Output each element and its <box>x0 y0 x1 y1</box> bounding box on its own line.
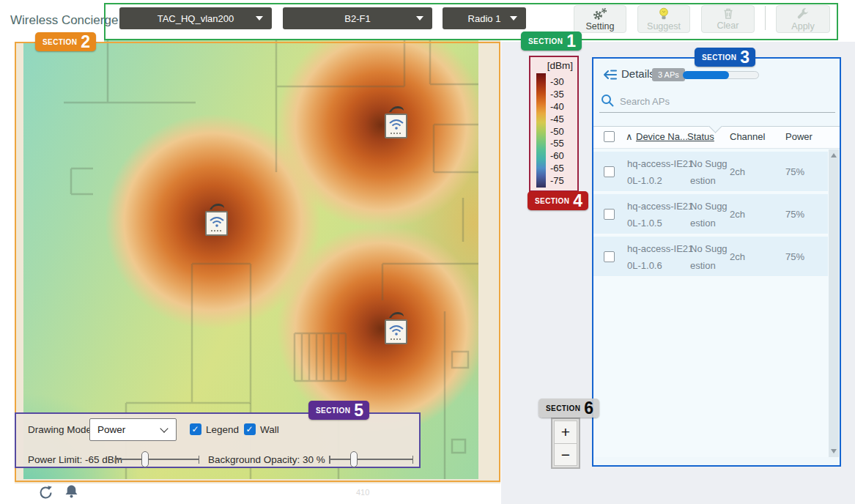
progress-bar-fill <box>683 71 729 79</box>
device-name-line1: hq-access-IE21 <box>627 240 695 257</box>
zoom-out-button[interactable]: − <box>554 443 577 466</box>
table-scrollbar[interactable] <box>829 149 839 457</box>
toolbar-divider <box>765 6 766 30</box>
column-header-power: Power <box>785 131 813 142</box>
legend-tick: -50 <box>550 126 564 137</box>
column-header-channel: Channel <box>730 131 765 142</box>
section-1-word: SECTION <box>528 37 563 45</box>
search-input[interactable]: Search APs <box>620 96 670 107</box>
section-5-number: 5 <box>354 402 363 418</box>
row-checkbox[interactable] <box>604 166 615 177</box>
lightbulb-icon <box>658 7 670 21</box>
section-2-number: 2 <box>81 34 90 50</box>
legend-tick: -65 <box>550 163 564 174</box>
table-body: hq-access-IE21 0L-1.0.2 No Sugg estion 2… <box>593 149 840 457</box>
details-label: Details <box>621 67 655 80</box>
ap-label-dashes <box>391 133 402 134</box>
device-name-line2: 0L-1.0.2 <box>627 172 695 189</box>
legend-tick: -75 <box>550 175 564 186</box>
device-name-line1: hq-access-IE21 <box>627 155 695 172</box>
clear-button[interactable]: Clear <box>701 5 755 33</box>
progress-bar <box>683 71 759 79</box>
chevron-down-icon <box>256 16 263 21</box>
dbm-color-legend: [dBm] -30 -35 -40 -45 -50 -55 -60 -65 -7… <box>529 56 579 192</box>
ap-label-dashes <box>211 230 223 231</box>
ap-antenna-icon <box>387 105 406 114</box>
sort-asc-indicator[interactable]: ∧ <box>626 131 633 142</box>
section-4-word: SECTION <box>535 197 569 205</box>
select-all-checkbox[interactable] <box>604 131 615 142</box>
legend-checkbox[interactable] <box>190 423 201 435</box>
floorplan-walls <box>23 22 478 479</box>
scroll-up-arrow[interactable] <box>831 153 837 158</box>
ap-device-icon <box>205 211 228 236</box>
section-6-number: 6 <box>584 400 593 416</box>
access-point-marker-2[interactable] <box>204 201 230 238</box>
ap-antenna-icon <box>387 311 406 319</box>
cell-channel: 2ch <box>730 152 745 192</box>
device-name-line1: hq-access-IE21 <box>627 198 695 215</box>
apply-button[interactable]: Apply <box>776 5 830 33</box>
apply-button-label: Apply <box>791 21 814 32</box>
row-checkbox[interactable] <box>604 209 615 220</box>
device-name-line2: 0L-1.0.5 <box>627 215 695 231</box>
section-3-badge: SECTION 3 <box>695 48 755 67</box>
section-2-badge: SECTION 2 <box>35 32 96 51</box>
gears-icon <box>591 7 609 21</box>
status-line1: No Sugg <box>690 198 731 215</box>
power-limit-slider[interactable] <box>115 459 199 460</box>
radio-dropdown[interactable]: Radio 1 <box>443 7 526 29</box>
drawing-mode-value: Power <box>97 424 125 435</box>
drawing-controls-panel: Drawing Mode: Power Legend Wall Power Li… <box>15 412 421 468</box>
cell-status: No Sugg estion <box>690 240 731 274</box>
power-limit-slider-thumb[interactable] <box>141 451 149 467</box>
cell-status: No Sugg estion <box>690 198 731 231</box>
drawing-mode-label: Drawing Mode: <box>28 424 95 435</box>
wall-checkbox[interactable] <box>244 423 256 435</box>
floor-dropdown-value: B2-F1 <box>344 13 370 24</box>
access-point-marker-3[interactable] <box>383 310 410 346</box>
zoom-in-button[interactable]: + <box>554 420 577 443</box>
cell-channel: 2ch <box>730 237 745 277</box>
status-line2: estion <box>690 172 731 189</box>
network-dropdown[interactable]: TAC_HQ_vlan200 <box>119 7 272 29</box>
floor-dropdown[interactable]: B2-F1 <box>283 7 432 29</box>
suggest-button[interactable]: Suggest <box>637 5 690 33</box>
wifi-icon <box>388 325 404 336</box>
section-3-word: SECTION <box>702 53 736 62</box>
cell-device-name: hq-access-IE21 0L-1.0.2 <box>627 155 695 189</box>
map-ruler-label: 410 <box>356 488 369 497</box>
background-opacity-slider-thumb[interactable] <box>350 451 358 467</box>
setting-button[interactable]: Setting <box>574 5 626 33</box>
section-3-number: 3 <box>740 49 749 65</box>
network-dropdown-value: TAC_HQ_vlan200 <box>158 13 234 24</box>
legend-tick: -45 <box>550 114 564 125</box>
background-opacity-slider[interactable] <box>329 459 413 460</box>
access-point-marker-1[interactable] <box>383 104 410 141</box>
section-5-word: SECTION <box>316 407 350 415</box>
suggest-button-label: Suggest <box>647 21 681 32</box>
column-header-status[interactable]: Status <box>687 131 714 142</box>
details-back-icon[interactable] <box>602 69 618 81</box>
cell-status: No Sugg estion <box>690 155 731 189</box>
column-header-device-name[interactable]: Device Na... <box>636 131 688 142</box>
row-checkbox[interactable] <box>604 251 615 262</box>
status-line2: estion <box>690 215 731 231</box>
table-row[interactable]: hq-access-IE21 0L-1.0.6 No Sugg estion 2… <box>593 237 828 277</box>
scroll-down-arrow[interactable] <box>831 449 837 453</box>
chevron-down-icon <box>510 16 517 21</box>
table-row[interactable]: hq-access-IE21 0L-1.0.2 No Sugg estion 2… <box>593 152 828 192</box>
cell-power: 75% <box>785 237 804 277</box>
legend-tick: -30 <box>550 76 564 87</box>
chevron-down-icon <box>416 16 423 21</box>
notification-bell-icon[interactable] <box>64 484 78 500</box>
table-row[interactable]: hq-access-IE21 0L-1.0.5 No Sugg estion 2… <box>593 194 828 234</box>
wifi-icon <box>209 216 225 228</box>
section-5-badge: SECTION 5 <box>308 401 369 420</box>
cell-device-name: hq-access-IE21 0L-1.0.5 <box>627 198 695 231</box>
drawing-mode-select[interactable]: Power <box>89 418 177 441</box>
status-line1: No Sugg <box>690 155 731 172</box>
refresh-icon[interactable] <box>38 485 53 500</box>
search-input-underline <box>599 112 835 113</box>
section-1-badge: SECTION 1 <box>521 32 582 51</box>
